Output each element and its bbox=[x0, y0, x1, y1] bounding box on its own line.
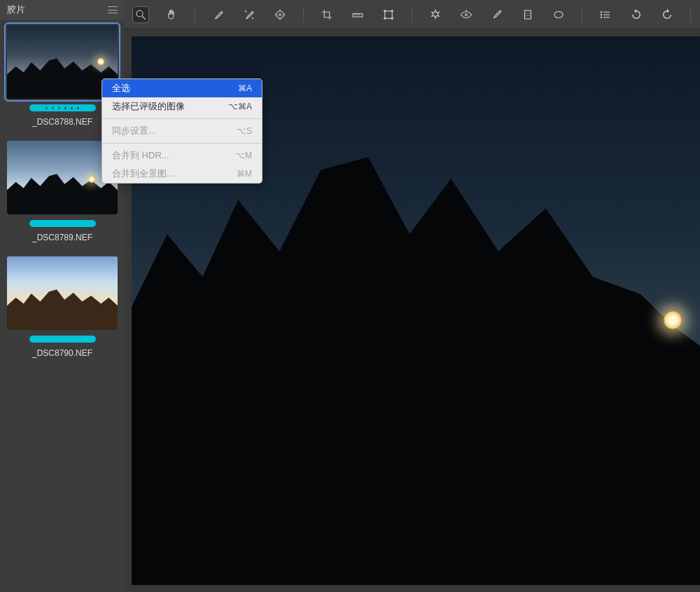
toolbar-divider bbox=[690, 7, 691, 22]
menu-separator bbox=[102, 118, 262, 119]
sidebar-header: 胶片 bbox=[0, 0, 125, 20]
hamburger-icon[interactable] bbox=[108, 6, 118, 13]
target-adjustment-icon[interactable] bbox=[272, 7, 288, 22]
menu-item-label: 合并到 HDR... bbox=[112, 149, 169, 162]
toolbar-divider bbox=[582, 7, 582, 22]
rotate-ccw-icon[interactable] bbox=[629, 7, 644, 22]
svg-rect-8 bbox=[353, 13, 363, 17]
thumbnail-list: _DSC8788.NEF _DSC8789.NEF _DSC8790.NEF bbox=[0, 20, 125, 364]
thumbnail-label: _DSC8788.NEF bbox=[32, 117, 92, 127]
svg-point-26 bbox=[601, 11, 602, 13]
hand-tool-icon[interactable] bbox=[164, 7, 179, 22]
graduated-filter-icon[interactable] bbox=[520, 7, 536, 22]
svg-point-27 bbox=[601, 14, 602, 15]
menu-item-shortcut: ⌥S bbox=[237, 126, 252, 136]
svg-point-28 bbox=[601, 17, 602, 18]
list-icon[interactable] bbox=[598, 7, 613, 22]
rotate-cw-icon[interactable] bbox=[659, 7, 675, 22]
menu-item-label: 全选 bbox=[112, 82, 130, 95]
context-menu: 全选 ⌘A 选择已评级的图像 ⌥⌘A 同步设置... ⌥S 合并到 HDR...… bbox=[102, 78, 262, 184]
zoom-tool-icon[interactable] bbox=[133, 7, 148, 22]
red-eye-icon[interactable] bbox=[458, 7, 474, 22]
svg-line-1 bbox=[142, 16, 146, 20]
menu-separator bbox=[102, 143, 262, 144]
toolbar-divider bbox=[412, 7, 412, 22]
menu-item-label: 合并到全景图... bbox=[112, 167, 174, 180]
straighten-icon[interactable] bbox=[350, 7, 365, 22]
svg-rect-12 bbox=[385, 11, 393, 18]
eyedropper-icon[interactable] bbox=[211, 7, 226, 22]
menu-merge-hdr[interactable]: 合并到 HDR... ⌥M bbox=[102, 146, 262, 165]
crop-icon[interactable] bbox=[319, 7, 335, 22]
svg-point-3 bbox=[279, 13, 281, 15]
radial-filter-icon[interactable] bbox=[551, 7, 566, 22]
menu-item-shortcut: ⌘M bbox=[237, 169, 252, 179]
menu-sync-settings[interactable]: 同步设置... ⌥S bbox=[102, 122, 262, 140]
thumbnail-label: _DSC8790.NEF bbox=[32, 348, 92, 358]
spot-removal-icon[interactable] bbox=[428, 7, 443, 22]
menu-item-label: 选择已评级的图像 bbox=[112, 100, 185, 113]
menu-item-shortcut: ⌘A bbox=[238, 83, 252, 93]
menu-merge-panorama[interactable]: 合并到全景图... ⌘M bbox=[102, 165, 262, 183]
svg-point-0 bbox=[136, 11, 143, 17]
rating-bar[interactable] bbox=[29, 104, 96, 111]
transform-icon[interactable] bbox=[381, 7, 396, 22]
menu-select-all[interactable]: 全选 ⌘A bbox=[102, 79, 262, 97]
toolbar-divider bbox=[195, 7, 195, 22]
menu-select-rated[interactable]: 选择已评级的图像 ⌥⌘A bbox=[102, 97, 262, 116]
toolbar-divider bbox=[303, 7, 304, 22]
menu-item-shortcut: ⌥M bbox=[235, 151, 252, 160]
svg-rect-19 bbox=[525, 11, 531, 19]
thumbnail-label: _DSC8789.NEF bbox=[32, 233, 92, 242]
thumbnail-image[interactable] bbox=[7, 256, 118, 330]
svg-point-2 bbox=[276, 11, 284, 18]
svg-point-17 bbox=[465, 13, 468, 15]
adjustment-brush-icon[interactable] bbox=[489, 7, 505, 22]
rating-bar[interactable] bbox=[29, 336, 96, 343]
thumbnail-item[interactable]: _DSC8790.NEF bbox=[7, 256, 118, 358]
menu-item-shortcut: ⌥⌘A bbox=[228, 102, 252, 111]
toolbar bbox=[125, 0, 700, 29]
sidebar-title: 胶片 bbox=[7, 4, 25, 16]
menu-item-label: 同步设置... bbox=[112, 125, 156, 137]
color-sampler-icon[interactable] bbox=[241, 7, 257, 22]
rating-bar[interactable] bbox=[29, 220, 96, 227]
svg-point-22 bbox=[554, 11, 563, 18]
